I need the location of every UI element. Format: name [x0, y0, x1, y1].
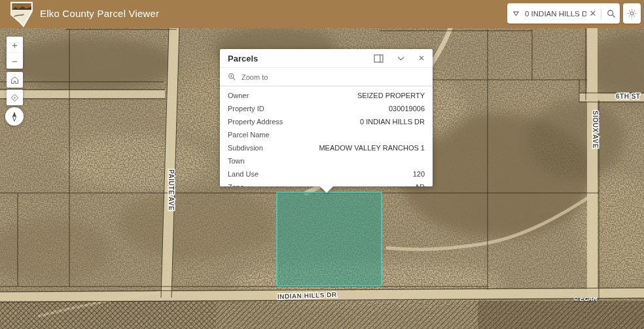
search-box[interactable]: 0 INDIAN HILLS DR- ✕: [507, 3, 620, 24]
app-header: Elko County Parcel Viewer 0 INDIAN HILLS…: [0, 0, 644, 28]
home-widget: [7, 72, 23, 88]
compass-button[interactable]: [5, 107, 24, 126]
zoom-out-button[interactable]: −: [7, 52, 23, 69]
field-row-town: Town: [228, 154, 425, 167]
field-value: 030019006: [389, 105, 425, 113]
field-value: AR: [415, 183, 425, 186]
dock-icon[interactable]: [374, 54, 384, 63]
zoom-to-action[interactable]: Zoom to: [220, 68, 433, 86]
field-label: Property ID: [228, 105, 264, 113]
field-label: Land Use: [228, 170, 259, 178]
popup-callout-arrow: [320, 186, 333, 193]
popup-fields: OwnerSEIZED PROPERTY Property ID03001900…: [220, 86, 433, 186]
page-title: Elko County Parcel Viewer: [40, 8, 159, 19]
field-value: 0 INDIAN HILLS DR: [360, 118, 425, 126]
parcel-popup: Parcels ✕ Zoom to OwnerSEIZED PROPERTY P…: [220, 49, 433, 186]
field-label: Town: [228, 157, 245, 165]
popup-title: Parcels: [228, 54, 258, 63]
field-value: 120: [413, 170, 425, 178]
home-icon: [10, 75, 20, 85]
field-row-subdivision: SubdivsionMEADOW VALLEY RANCHOS 1: [228, 141, 425, 154]
sun-icon: [627, 9, 637, 18]
field-row-zone: ZoneAR: [228, 181, 425, 186]
field-label: Owner: [228, 92, 249, 99]
search-input[interactable]: 0 INDIAN HILLS DR-: [525, 10, 586, 18]
map-canvas[interactable]: PAIUTE AVE INDIAN HILLS DR 6TH ST SIOUX …: [0, 28, 644, 329]
home-button[interactable]: [7, 72, 23, 88]
zoom-in-button[interactable]: +: [7, 37, 23, 52]
locate-icon: [10, 93, 20, 103]
field-label: Zone: [228, 183, 244, 186]
field-row-property-address: Property Address0 INDIAN HILLS DR: [228, 115, 425, 128]
search-icon[interactable]: [603, 3, 620, 24]
compass-needle-icon: [9, 111, 20, 122]
search-divider: [601, 8, 601, 20]
zoom-widget: + −: [7, 37, 23, 69]
locate-button[interactable]: [7, 90, 23, 105]
field-row-land-use: Land Use120: [228, 167, 425, 181]
hatched-area: [0, 301, 644, 329]
zoom-to-icon: [228, 73, 236, 81]
field-label: Parcel Name: [228, 131, 270, 139]
search-clear-icon[interactable]: ✕: [586, 9, 599, 18]
field-value: SEIZED PROPERTY: [357, 92, 425, 99]
close-icon[interactable]: ✕: [418, 54, 425, 62]
field-label: Subdivsion: [228, 144, 263, 152]
street-label-sioux-ave: SIOUX AVE: [592, 111, 599, 148]
brightness-toggle-button[interactable]: [623, 3, 641, 24]
locate-widget: [7, 90, 23, 105]
selected-parcel-highlight[interactable]: [277, 192, 382, 286]
field-row-owner: OwnerSEIZED PROPERTY: [228, 89, 425, 102]
search-dropdown-icon[interactable]: [507, 3, 525, 24]
field-label: Property Address: [228, 118, 283, 126]
street-label-paiute-ave: PAIUTE AVE: [168, 169, 175, 211]
field-row-property-id: Property ID030019006: [228, 102, 425, 115]
elko-county-logo: [10, 1, 33, 27]
map-attribution: © ECAR: [573, 295, 598, 302]
popup-titlebar: Parcels ✕: [220, 49, 433, 68]
zoom-to-label: Zoom to: [241, 73, 268, 81]
street-label-6th-st: 6TH ST: [616, 93, 640, 100]
field-value: MEADOW VALLEY RANCHOS 1: [319, 144, 425, 152]
collapse-chevron-icon[interactable]: [397, 56, 404, 61]
field-row-parcel-name: Parcel Name: [228, 128, 425, 141]
